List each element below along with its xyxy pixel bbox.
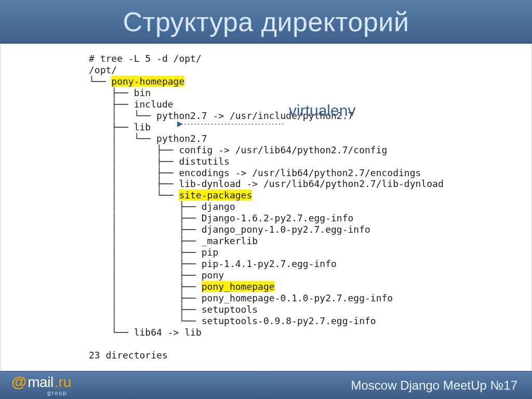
tree-summary: 23 directories <box>89 350 168 361</box>
tree-line: │ ├── config -> /usr/lib64/python2.7/con… <box>89 144 387 155</box>
tree-line: │ ├── encodings -> /usr/lib64/python2.7/… <box>89 167 421 178</box>
tree-line: ├── bin <box>89 87 151 98</box>
tree-line: │ ├── lib-dynload -> /usr/lib64/python2.… <box>89 178 444 189</box>
logo-ru-text: .ru <box>55 374 72 391</box>
tree-line: │ └── setuptools-0.9.8-py2.7.egg-info <box>89 315 376 326</box>
directory-tree: # tree -L 5 -d /opt/ /opt/ └── pony-home… <box>89 53 531 361</box>
tree-line: │ ├── <box>89 281 202 292</box>
tree-line: │ ├── setuptools <box>89 304 258 315</box>
tree-line: └── lib64 -> lib <box>89 327 202 338</box>
tree-line: │ ├── Django-1.6.2-py2.7.egg-info <box>89 212 353 223</box>
event-name: Moscow Django MeetUp №17 <box>351 378 517 393</box>
tree-line: │ ├── pony <box>89 270 224 281</box>
slide-title: Структура директорий <box>123 6 409 37</box>
virtualenv-callout: virtualenv <box>289 102 355 119</box>
slide-header: Структура директорий <box>0 0 532 44</box>
tree-highlight-site-packages: site-packages <box>179 190 252 201</box>
tree-line: ├── lib <box>89 122 151 132</box>
slide-footer: @ mail .ru group Moscow Django MeetUp №1… <box>0 371 532 399</box>
tree-line: │ └── <box>89 190 179 201</box>
logo-group-text: group <box>47 390 67 396</box>
tree-cmd: # tree -L 5 -d /opt/ <box>89 53 202 64</box>
slide-content: virtualenv # tree -L 5 -d /opt/ /opt/ └─… <box>0 44 532 371</box>
tree-line: │ ├── django_pony-1.0-py2.7.egg-info <box>89 224 370 235</box>
tree-highlight-pony-homepage: pony-homepage <box>111 76 184 87</box>
tree-line: ├── include <box>89 99 174 110</box>
tree-line: │ ├── _markerlib <box>89 235 258 246</box>
tree-line: │ ├── pip-1.4.1-py2.7.egg-info <box>89 258 337 269</box>
tree-line: │ ├── pip <box>89 247 218 258</box>
tree-line: └── <box>89 76 111 87</box>
tree-highlight-pony-homepage-pkg: pony_homepage <box>202 281 275 292</box>
tree-line: │ └── python2.7 <box>89 133 207 144</box>
tree-line: │ ├── django <box>89 201 235 212</box>
tree-root: /opt/ <box>89 64 117 75</box>
tree-line: │ ├── pony_homepage-0.1.0-py2.7.egg-info <box>89 292 393 303</box>
logo-mail-text: mail <box>28 374 53 391</box>
tree-line: │ ├── distutils <box>89 156 230 167</box>
mailru-logo: @ mail .ru group <box>11 374 71 397</box>
logo-at-icon: @ <box>11 374 26 390</box>
